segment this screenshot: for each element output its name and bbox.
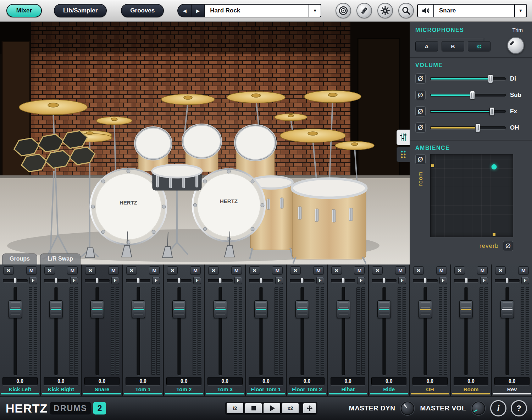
mute-button[interactable]: M (477, 266, 488, 274)
crash-cymbal-right[interactable] (304, 91, 361, 103)
preset-next-button[interactable]: ▶ (191, 5, 204, 17)
fader-handle[interactable] (132, 300, 145, 318)
solo-button[interactable]: S (249, 266, 260, 274)
fx-button[interactable]: F (521, 277, 529, 284)
snare-drum[interactable] (152, 165, 202, 190)
help-button[interactable]: ? (511, 400, 527, 416)
half-tempo-button[interactable]: /2 (226, 403, 244, 414)
mute-button[interactable]: M (354, 266, 365, 274)
fader-handle[interactable] (9, 300, 22, 318)
slider-thumb[interactable] (488, 75, 493, 83)
slider-thumb[interactable] (475, 124, 480, 132)
fader-handle[interactable] (172, 300, 186, 318)
pan-thumb[interactable] (506, 278, 509, 283)
channel-name[interactable]: Tom 3 (205, 385, 245, 393)
output-speaker-button[interactable] (417, 4, 434, 17)
fx-button[interactable]: F (398, 277, 406, 284)
pan-slider[interactable] (495, 279, 520, 282)
floor-tom-2[interactable] (292, 179, 366, 263)
pan-thumb[interactable] (260, 278, 263, 283)
preset-select[interactable]: Hard Rock ▼ (204, 4, 321, 17)
settings-button[interactable] (377, 3, 393, 18)
pan-thumb[interactable] (342, 278, 345, 283)
mute-button[interactable]: M (231, 266, 242, 274)
splash-cymbal-right[interactable] (335, 141, 374, 150)
channel-name[interactable]: Floor Tom 1 (246, 385, 286, 393)
record-button[interactable] (336, 3, 351, 18)
ambience-position-dot[interactable] (491, 164, 497, 169)
mic-select-button[interactable]: C (468, 41, 491, 51)
trim-knob[interactable] (507, 37, 524, 54)
volume-slider[interactable] (430, 107, 506, 116)
mute-button[interactable]: M (436, 266, 447, 274)
ambience-phase-button[interactable]: Ø (415, 154, 426, 164)
double-tempo-button[interactable]: x2 (282, 403, 299, 414)
pan-slider[interactable] (372, 279, 397, 282)
fader-handle[interactable] (459, 300, 473, 318)
volume-slider[interactable] (430, 123, 506, 132)
slider-thumb[interactable] (470, 91, 475, 99)
drum-kit-preview[interactable]: HERTZ HERTZ (0, 22, 410, 264)
splash-cymbal-left[interactable] (96, 117, 132, 125)
lib-sampler-tab-button[interactable]: Lib/Sampler (54, 4, 107, 17)
mute-button[interactable]: M (518, 266, 529, 274)
solo-button[interactable]: S (290, 266, 301, 274)
pan-thumb[interactable] (178, 278, 181, 283)
mute-button[interactable]: M (395, 266, 406, 274)
ambience-xy-pad[interactable] (430, 154, 513, 237)
mixer-view-button[interactable] (397, 130, 410, 145)
channel-name[interactable]: Hihat (328, 385, 368, 393)
channel-name[interactable]: Tom 2 (164, 385, 204, 393)
channel-name[interactable]: OH (410, 385, 450, 393)
pan-slider[interactable] (290, 279, 315, 282)
shaker-button[interactable] (356, 3, 372, 18)
crash-cymbal-1[interactable] (161, 94, 215, 105)
mic-select-button[interactable]: A (415, 41, 438, 51)
pan-slider[interactable] (44, 279, 69, 282)
channel-name[interactable]: Tom 1 (123, 385, 163, 393)
pan-slider[interactable] (167, 279, 192, 282)
crash-cymbal-2[interactable] (227, 92, 285, 103)
mute-button[interactable]: M (149, 266, 160, 274)
info-button[interactable]: i (490, 400, 506, 416)
fx-button[interactable]: F (193, 277, 201, 284)
channel-name[interactable]: Room (451, 385, 491, 393)
fader-handle[interactable] (214, 300, 227, 318)
solo-button[interactable]: S (44, 266, 55, 274)
mixer-tab-button[interactable]: Mixer (6, 4, 42, 17)
output-select[interactable]: Snare ▼ (434, 4, 527, 17)
fader-handle[interactable] (254, 300, 268, 318)
fx-button[interactable]: F (234, 277, 242, 284)
search-button[interactable] (398, 3, 414, 18)
stop-button[interactable] (245, 403, 262, 414)
volume-slider[interactable] (430, 74, 506, 83)
channel-name[interactable]: Floor Tom 2 (287, 385, 327, 393)
fx-button[interactable]: F (439, 277, 447, 284)
fader-handle[interactable] (90, 300, 104, 318)
preset-prev-button[interactable]: ◀ (178, 5, 191, 17)
kick-drum-right[interactable]: HERTZ (193, 169, 265, 241)
fader-handle[interactable] (49, 300, 63, 318)
fx-button[interactable]: F (275, 277, 283, 284)
solo-button[interactable]: S (495, 266, 506, 274)
master-vol-knob[interactable] (472, 402, 485, 415)
phase-invert-button[interactable]: Ø (415, 73, 426, 84)
volume-slider[interactable] (430, 91, 506, 100)
pan-thumb[interactable] (301, 278, 304, 283)
pan-slider[interactable] (3, 279, 28, 282)
solo-button[interactable]: S (126, 266, 137, 274)
mute-button[interactable]: M (67, 266, 78, 274)
phase-invert-button[interactable]: Ø (415, 122, 426, 133)
pan-slider[interactable] (85, 279, 110, 282)
pan-slider[interactable] (331, 279, 356, 282)
solo-button[interactable]: S (372, 266, 383, 274)
mute-button[interactable]: M (272, 266, 283, 274)
fader-handle[interactable] (337, 300, 350, 318)
fx-button[interactable]: F (357, 277, 365, 284)
ride-cymbal-left[interactable] (19, 100, 87, 115)
slider-thumb[interactable] (489, 107, 494, 116)
pan-slider[interactable] (249, 279, 274, 282)
play-button[interactable] (263, 403, 281, 414)
drag-groove-button[interactable] (303, 403, 316, 414)
fx-button[interactable]: F (29, 277, 37, 284)
